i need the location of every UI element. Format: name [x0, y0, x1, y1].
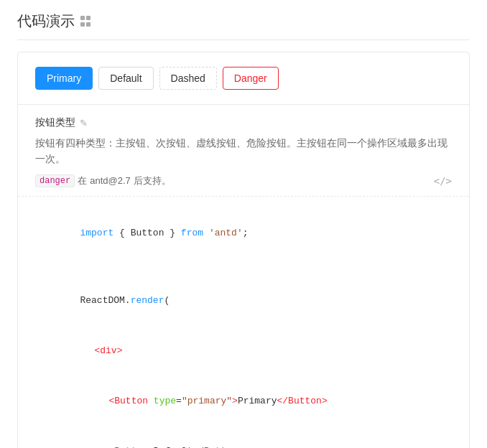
page-title: 代码演示 — [17, 11, 75, 31]
note-mid: 在 — [78, 174, 87, 187]
note-left: danger 在 antd@2.7 后支持。 — [35, 174, 171, 187]
desc-text: 按钮有四种类型：主按钮、次按钮、虚线按钮、危险按钮。主按钮在同一个操作区域最多出… — [35, 135, 452, 167]
code-line-blank — [35, 258, 452, 275]
code-area: import { Button } from 'antd'; ReactDOM.… — [18, 197, 469, 448]
code-line-3: <div> — [35, 326, 452, 376]
danger-button[interactable]: Danger — [223, 67, 279, 90]
description-area: 按钮类型 ✎ 按钮有四种类型：主按钮、次按钮、虚线按钮、危险按钮。主按钮在同一个… — [18, 105, 469, 197]
code-line-1: import { Button } from 'antd'; — [35, 208, 452, 258]
page-title-row: 代码演示 — [17, 11, 470, 40]
desc-title: 按钮类型 — [35, 116, 75, 129]
dashed-button[interactable]: Dashed — [159, 67, 217, 90]
page-container: 代码演示 Primary Default Dashed Danger 按钮类型 … — [0, 0, 487, 448]
code-line-5: <Button>Default</Button> — [35, 426, 452, 448]
primary-button[interactable]: Primary — [35, 67, 93, 90]
demo-section: Primary Default Dashed Danger 按钮类型 ✎ 按钮有… — [17, 52, 470, 448]
note-row: danger 在 antd@2.7 后支持。 </> — [35, 174, 452, 187]
button-demo-area: Primary Default Dashed Danger — [18, 52, 469, 105]
code-line-2: ReactDOM.render( — [35, 275, 452, 325]
code-line-4: <Button type="primary">Primary</Button> — [35, 376, 452, 426]
default-button[interactable]: Default — [98, 67, 153, 90]
grid-icon[interactable] — [80, 16, 92, 27]
note-end: 后支持。 — [134, 174, 171, 187]
version-text: antd@2.7 — [90, 175, 131, 186]
code-toggle-icon[interactable]: </> — [434, 175, 452, 187]
danger-tag: danger — [35, 174, 75, 187]
desc-title-row: 按钮类型 ✎ — [35, 116, 452, 129]
edit-icon[interactable]: ✎ — [80, 118, 88, 129]
